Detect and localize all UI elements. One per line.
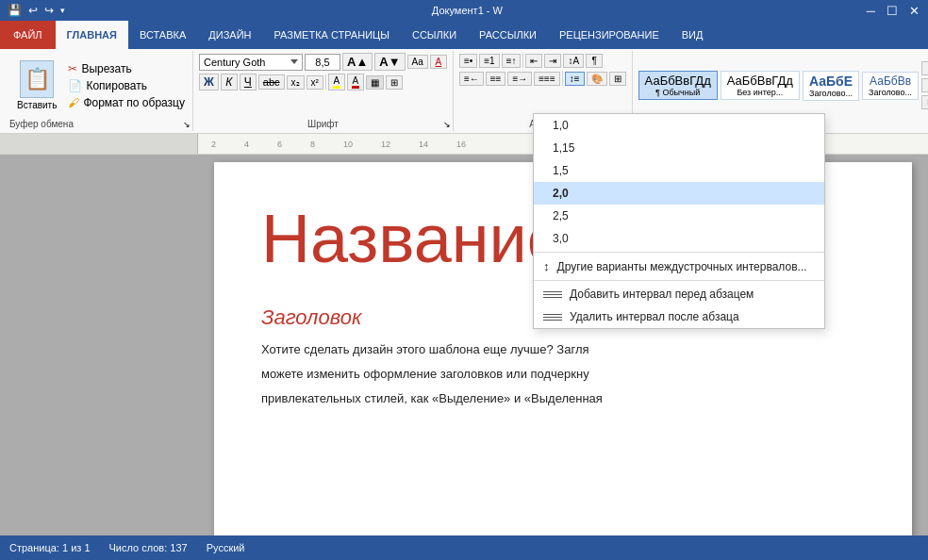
- font-name-dropdown-icon[interactable]: [290, 59, 298, 64]
- spacing-2-0[interactable]: 2,0: [534, 182, 824, 205]
- style-heading1-preview: АаБбЕ: [809, 74, 853, 89]
- word-count: Число слов: 137: [109, 542, 188, 553]
- style-heading2[interactable]: АаБбВв Заголово...: [862, 72, 919, 100]
- font-clear-button[interactable]: A: [430, 55, 447, 69]
- tab-file[interactable]: ФАЙЛ: [0, 21, 56, 49]
- quickaccess-more-icon[interactable]: ▾: [58, 6, 67, 15]
- status-bar: Страница: 1 из 1 Число слов: 137 Русский: [0, 535, 928, 560]
- font-case-button[interactable]: Аа: [407, 55, 428, 69]
- styles-scroll-down[interactable]: ▼: [921, 78, 928, 92]
- italic-button[interactable]: К: [221, 74, 238, 91]
- bold-button[interactable]: Ж: [199, 74, 219, 91]
- tab-view[interactable]: ВИД: [671, 21, 715, 49]
- list-multilevel-button[interactable]: ≡↑: [502, 54, 522, 68]
- increase-indent-button[interactable]: ⇥: [544, 54, 561, 68]
- close-button[interactable]: ✕: [904, 4, 924, 18]
- language: Русский: [207, 542, 245, 553]
- align-left-button[interactable]: ≡←: [459, 72, 484, 86]
- separator: [325, 74, 326, 90]
- doc-line-3: привлекательных стилей, как «Выделение» …: [261, 387, 865, 411]
- separator: [562, 71, 563, 86]
- separator: [522, 53, 523, 68]
- page-count: Страница: 1 из 1: [9, 542, 91, 553]
- tab-design[interactable]: ДИЗАЙН: [197, 21, 262, 49]
- spacing-1-15[interactable]: 1,15: [534, 137, 824, 159]
- spacing-options-icon: ↕: [543, 259, 550, 273]
- document-body: Хотите сделать дизайн этого шаблона еще …: [261, 338, 865, 411]
- borders2-button[interactable]: ⊞: [609, 72, 626, 86]
- underline-button[interactable]: Ч: [240, 74, 257, 91]
- cut-button[interactable]: ✂ Вырезать: [66, 61, 187, 76]
- show-marks-button[interactable]: ¶: [586, 54, 603, 68]
- ruler-side: [0, 134, 198, 154]
- scissors-icon: ✂: [68, 62, 77, 75]
- paragraph-color-button[interactable]: 🎨: [587, 72, 607, 86]
- text-color-button[interactable]: A: [347, 74, 364, 91]
- other-spacing-options[interactable]: ↕ Другие варианты междустрочных интервал…: [534, 255, 824, 278]
- tab-review[interactable]: РЕЦЕНЗИРОВАНИЕ: [548, 21, 671, 49]
- align-center-button[interactable]: ≡≡: [486, 72, 506, 86]
- styles-scroll-up[interactable]: ▲: [921, 61, 928, 75]
- shading-button[interactable]: ▦: [366, 75, 384, 90]
- font-size-input[interactable]: 8,5: [305, 54, 340, 71]
- list-bullets-button[interactable]: ≡•: [459, 54, 477, 68]
- doc-line-2: можете изменить оформление заголовков ил…: [261, 362, 865, 387]
- remove-space-after[interactable]: Удалить интервал после абзаца: [534, 305, 824, 328]
- tab-insert[interactable]: ВСТАВКА: [128, 21, 197, 49]
- style-nospace-preview: АаБбВвГДд: [727, 74, 793, 88]
- remove-space-after-icon: [543, 314, 562, 321]
- subscript-button[interactable]: x₂: [287, 75, 305, 90]
- spacing-3-0[interactable]: 3,0: [534, 227, 824, 250]
- tab-pagelayout[interactable]: РАЗМЕТКА СТРАНИЦЫ: [262, 21, 400, 49]
- tab-refs[interactable]: ССЫЛКИ: [401, 21, 468, 49]
- window-title: Документ1 - W: [73, 0, 862, 21]
- style-heading2-preview: АаБбВв: [869, 74, 912, 88]
- style-nospace[interactable]: АаБбВвГДд Без интер...: [721, 71, 800, 100]
- styles-expand[interactable]: ⊞: [921, 95, 928, 109]
- clipboard-expand-icon[interactable]: ↘: [183, 120, 191, 129]
- left-sidebar: [0, 155, 198, 535]
- borders-button[interactable]: ⊞: [386, 75, 403, 90]
- tab-home[interactable]: ГЛАВНАЯ: [56, 21, 128, 49]
- format-painter-button[interactable]: 🖌 Формат по образцу: [66, 95, 187, 110]
- superscript-button[interactable]: x²: [307, 75, 323, 90]
- undo-icon[interactable]: ↩: [26, 4, 40, 17]
- copy-button[interactable]: 📄 Копировать: [66, 78, 187, 93]
- line-spacing-dropdown: 1,0 1,15 1,5 2,0 2,5 3,0 ↕ Другие вариан…: [533, 113, 825, 329]
- decrease-indent-button[interactable]: ⇤: [525, 54, 542, 68]
- redo-icon[interactable]: ↪: [42, 4, 56, 17]
- font-grow-button[interactable]: A▲: [342, 53, 373, 71]
- add-space-before[interactable]: Добавить интервал перед абзацем: [534, 283, 824, 305]
- sort-button[interactable]: ↕A: [563, 54, 584, 68]
- line-spacing-button[interactable]: ↕≡: [565, 72, 585, 86]
- list-numbers-button[interactable]: ≡1: [479, 54, 499, 68]
- paste-icon: 📋: [20, 60, 54, 98]
- align-right-button[interactable]: ≡→: [507, 72, 532, 86]
- dropdown-divider: [534, 252, 824, 253]
- justify-button[interactable]: ≡≡≡: [534, 72, 560, 86]
- strikethrough-button[interactable]: abc: [258, 74, 285, 90]
- minimize-button[interactable]: ─: [862, 4, 880, 18]
- spacing-1-0[interactable]: 1,0: [534, 114, 824, 137]
- font-name-input[interactable]: Century Goth: [199, 54, 303, 71]
- paste-button[interactable]: 📋 Вставить: [9, 58, 64, 112]
- add-space-before-icon: [543, 291, 562, 298]
- font-expand-icon[interactable]: ↘: [443, 120, 451, 129]
- dropdown-divider2: [534, 280, 824, 281]
- copy-icon: 📄: [68, 79, 82, 92]
- style-normal-preview: АаБбВвГДд: [645, 74, 711, 88]
- style-heading1[interactable]: АаБбЕ Заголово...: [803, 71, 859, 101]
- style-normal[interactable]: АаБбВвГДд ¶ Обычный: [638, 71, 718, 100]
- tab-mail[interactable]: РАССЫЛКИ: [468, 21, 548, 49]
- font-shrink-button[interactable]: A▼: [374, 53, 405, 71]
- save-icon[interactable]: 💾: [6, 4, 24, 17]
- format-painter-icon: 🖌: [68, 96, 79, 109]
- maximize-button[interactable]: ☐: [882, 4, 903, 18]
- spacing-1-5[interactable]: 1,5: [534, 159, 824, 182]
- spacing-2-5[interactable]: 2,5: [534, 205, 824, 227]
- doc-line-1: Хотите сделать дизайн этого шаблона еще …: [261, 338, 865, 362]
- text-highlight-button[interactable]: A: [328, 74, 345, 91]
